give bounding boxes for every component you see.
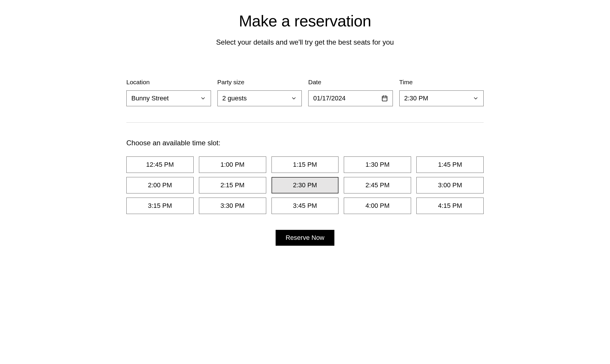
time-slot-button[interactable]: 1:00 PM [199, 156, 266, 173]
location-field-group: Location Bunny Street [126, 79, 211, 106]
time-slot-button[interactable]: 3:30 PM [199, 198, 266, 214]
party-size-label: Party size [217, 79, 302, 86]
time-slot-button[interactable]: 2:30 PM [272, 177, 339, 193]
svg-rect-0 [382, 96, 387, 101]
time-slot-button[interactable]: 2:45 PM [344, 177, 411, 193]
chevron-down-icon [473, 95, 479, 101]
location-select[interactable]: Bunny Street [126, 90, 211, 106]
time-slot-button[interactable]: 1:15 PM [272, 156, 339, 173]
date-field-group: Date 01/17/2024 [308, 79, 393, 106]
reservation-form: Make a reservation Select your details a… [126, 12, 484, 246]
time-slot-button[interactable]: 1:30 PM [344, 156, 411, 173]
party-size-value: 2 guests [222, 95, 247, 102]
time-slot-button[interactable]: 2:15 PM [199, 177, 266, 193]
chevron-down-icon [200, 95, 206, 101]
party-size-select[interactable]: 2 guests [217, 90, 302, 106]
calendar-icon [381, 95, 388, 102]
time-slot-button[interactable]: 4:00 PM [344, 198, 411, 214]
time-slot-button[interactable]: 2:00 PM [126, 177, 194, 193]
time-slot-button[interactable]: 1:45 PM [416, 156, 484, 173]
time-select[interactable]: 2:30 PM [399, 90, 484, 106]
location-label: Location [126, 79, 211, 86]
divider [126, 122, 484, 123]
fields-row: Location Bunny Street Party size 2 guest… [126, 79, 484, 106]
time-field-group: Time 2:30 PM [399, 79, 484, 106]
time-slot-button[interactable]: 3:15 PM [126, 198, 194, 214]
reserve-button[interactable]: Reserve Now [276, 230, 334, 246]
reserve-row: Reserve Now [126, 230, 484, 246]
time-slot-button[interactable]: 12:45 PM [126, 156, 194, 173]
slot-prompt: Choose an available time slot: [126, 139, 484, 147]
page-title: Make a reservation [126, 12, 484, 30]
page-subtitle: Select your details and we'll try get th… [126, 38, 484, 46]
time-label: Time [399, 79, 484, 86]
time-slot-button[interactable]: 4:15 PM [416, 198, 484, 214]
time-slot-button[interactable]: 3:00 PM [416, 177, 484, 193]
date-input[interactable]: 01/17/2024 [308, 90, 393, 106]
party-size-field-group: Party size 2 guests [217, 79, 302, 106]
date-label: Date [308, 79, 393, 86]
location-value: Bunny Street [131, 95, 169, 102]
time-value: 2:30 PM [404, 95, 428, 102]
chevron-down-icon [291, 95, 297, 101]
time-slot-button[interactable]: 3:45 PM [272, 198, 339, 214]
time-slot-grid: 12:45 PM1:00 PM1:15 PM1:30 PM1:45 PM2:00… [126, 156, 484, 214]
date-value: 01/17/2024 [313, 95, 346, 102]
